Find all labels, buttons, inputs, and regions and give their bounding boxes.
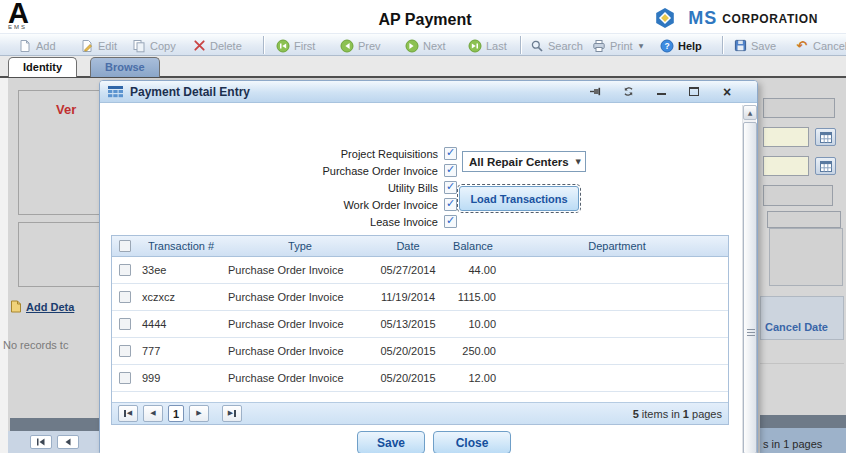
copy-button[interactable]: Copy	[132, 37, 176, 54]
close-icon[interactable]: ×	[719, 85, 735, 99]
dialog-window-controls: ×	[587, 85, 735, 99]
pager-first-button[interactable]: ◀	[118, 405, 138, 422]
background-input-field[interactable]	[767, 211, 841, 228]
column-header-type[interactable]: Type	[224, 240, 376, 252]
edit-pencil-icon	[80, 39, 94, 53]
lease-invoice-checkbox[interactable]	[444, 215, 457, 228]
cell-type: Purchase Order Invoice	[224, 372, 376, 384]
minimize-icon[interactable]	[653, 85, 669, 99]
payment-detail-dialog: Payment Detail Entry × Project Requisiti…	[99, 80, 758, 453]
purchase-order-invoice-checkbox[interactable]	[444, 164, 457, 177]
first-record-icon	[276, 39, 290, 53]
tab-browse[interactable]: Browse	[90, 57, 160, 77]
row-checkbox[interactable]	[119, 264, 131, 276]
background-input-field[interactable]	[763, 98, 835, 118]
row-checkbox[interactable]	[119, 291, 131, 303]
calendar-button[interactable]	[815, 157, 836, 175]
filter-row: Project Requisitions	[114, 146, 457, 161]
row-checkbox[interactable]	[119, 318, 131, 330]
tab-identity-label: Identity	[23, 61, 62, 73]
brand-ms-text: MS	[688, 8, 717, 29]
pager-last-button[interactable]: ▶	[222, 405, 242, 422]
table-row[interactable]: 33ee Purchase Order Invoice 05/27/2014 4…	[112, 257, 728, 284]
next-button[interactable]: Next	[405, 37, 446, 54]
search-button[interactable]: Search	[530, 37, 583, 54]
row-checkbox[interactable]	[119, 345, 131, 357]
vendor-label: Ver	[56, 102, 76, 117]
save-button[interactable]: Save	[357, 431, 425, 453]
edit-button[interactable]: Edit	[80, 37, 117, 54]
no-records-text: No records tc	[3, 339, 68, 351]
cell-type: Purchase Order Invoice	[224, 264, 376, 276]
hexagon-logo-icon	[654, 7, 676, 29]
column-header-date[interactable]: Date	[376, 240, 440, 252]
cancel-button[interactable]: ↶ Cancel	[795, 37, 846, 54]
table-row[interactable]: xczxcz Purchase Order Invoice 11/19/2014…	[112, 284, 728, 311]
select-all-checkbox[interactable]	[119, 240, 131, 252]
help-button[interactable]: ? Help	[660, 37, 702, 54]
cell-balance: 250.00	[440, 345, 506, 357]
save-button[interactable]: Save	[733, 37, 776, 54]
background-textarea-field[interactable]	[769, 228, 843, 286]
refresh-icon[interactable]	[620, 85, 636, 99]
column-header-balance[interactable]: Balance	[440, 240, 506, 252]
pager-current-page[interactable]: 1	[168, 405, 184, 422]
tab-identity[interactable]: Identity	[8, 57, 77, 77]
add-button[interactable]: Add	[18, 37, 56, 54]
items-label: items in	[642, 408, 680, 420]
app-header: A EMS AP Payment MS CORPORATION	[0, 0, 846, 33]
filter-row: Utility Bills	[114, 180, 457, 195]
cell-balance: 12.00	[440, 372, 506, 384]
table-row[interactable]: 999 Purchase Order Invoice 05/20/2015 12…	[112, 365, 728, 392]
cell-balance: 44.00	[440, 264, 506, 276]
background-date-field[interactable]	[763, 156, 809, 176]
project-requisitions-checkbox[interactable]	[444, 147, 457, 160]
column-header-transaction[interactable]: Transaction #	[138, 240, 224, 252]
dialog-scrollbar[interactable]: ▲	[742, 105, 756, 453]
background-input-field[interactable]	[763, 185, 833, 206]
table-row[interactable]: 4444 Purchase Order Invoice 05/13/2015 1…	[112, 311, 728, 338]
last-button[interactable]: Last	[468, 37, 507, 54]
print-button[interactable]: Print ▼	[592, 37, 643, 54]
repair-center-value: All Repair Centers	[469, 156, 576, 168]
column-header-department[interactable]: Department	[506, 240, 728, 252]
brand-corporation-text: CORPORATION	[722, 12, 818, 26]
utility-bills-checkbox[interactable]	[444, 181, 457, 194]
row-divider	[760, 363, 844, 364]
dialog-titlebar[interactable]: Payment Detail Entry ×	[100, 81, 757, 103]
table-row[interactable]: 777 Purchase Order Invoice 05/20/2015 25…	[112, 338, 728, 365]
scroll-up-arrow-icon[interactable]: ▲	[743, 105, 757, 120]
prev-button[interactable]: Prev	[340, 37, 381, 54]
help-icon: ?	[660, 39, 674, 53]
checkbox-label: Utility Bills	[114, 182, 444, 194]
calendar-icon	[820, 161, 832, 172]
load-transactions-button[interactable]: Load Transactions	[459, 186, 579, 211]
ms-corporation-logo: MS CORPORATION	[654, 7, 818, 29]
pin-icon[interactable]	[587, 85, 603, 99]
row-checkbox[interactable]	[119, 372, 131, 384]
cell-date: 05/27/2014	[376, 264, 440, 276]
delete-button[interactable]: Delete	[192, 37, 242, 54]
pages-label: pages	[692, 408, 722, 420]
calendar-button[interactable]	[815, 128, 836, 146]
pager-next-button[interactable]: ▶	[189, 405, 209, 422]
background-date-field[interactable]	[763, 127, 809, 147]
save-disk-icon	[733, 39, 747, 53]
pager-first-button[interactable]	[30, 435, 52, 449]
pager-prev-button[interactable]: ◀	[143, 405, 163, 422]
close-button[interactable]: Close	[433, 431, 511, 453]
add-detail-link[interactable]: Add Deta	[10, 300, 74, 313]
pages-count: 1	[683, 408, 689, 420]
cell-balance: 10.00	[440, 318, 506, 330]
dialog-content: Project Requisitions Purchase Order Invo…	[100, 103, 757, 453]
cancel-date-label: Cancel Date	[765, 321, 828, 333]
repair-center-select[interactable]: All Repair Centers ▼	[462, 151, 586, 172]
maximize-icon[interactable]	[686, 85, 702, 99]
pager-prev-button[interactable]	[57, 435, 79, 449]
work-order-invoice-checkbox[interactable]	[444, 198, 457, 211]
first-button[interactable]: First	[276, 37, 315, 54]
logo-subtext: EMS	[8, 24, 68, 30]
scrollbar-thumb[interactable]	[743, 122, 757, 453]
print-dropdown-caret-icon[interactable]: ▼	[639, 42, 644, 49]
add-page-icon	[18, 39, 32, 53]
